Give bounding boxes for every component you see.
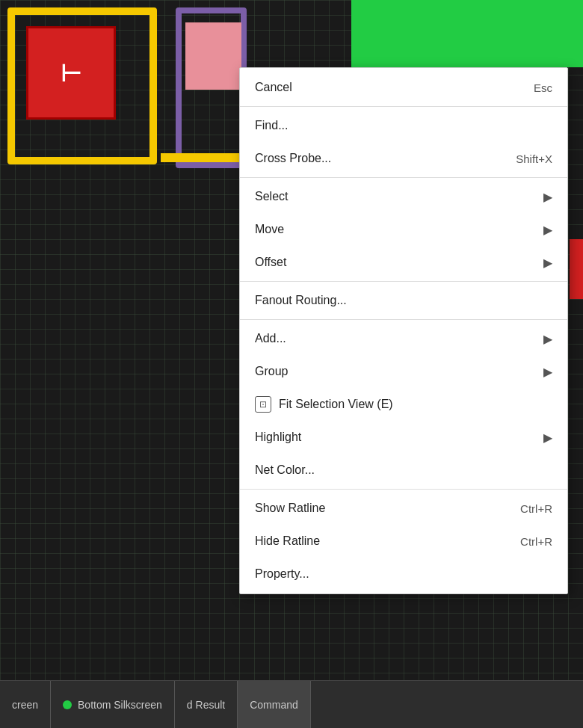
menu-item-highlight[interactable]: Highlight▶ [240,421,567,454]
status-tab-2[interactable]: d Result [175,681,238,728]
menu-item-cross-probe[interactable]: Cross Probe...Shift+X [240,142,567,175]
menu-item-label-hide-ratline: Hide Ratline [255,534,320,548]
menu-item-label-highlight: Highlight [255,431,301,444]
status-tab-label-3: Command [250,699,298,711]
menu-item-shortcut-show-ratline: Ctrl+R [520,502,552,515]
menu-item-move[interactable]: Move▶ [240,213,567,246]
menu-divider-after-cancel [240,106,567,107]
red-small-right [570,239,583,299]
menu-item-label-net-color: Net Color... [255,463,315,477]
menu-item-select[interactable]: Select▶ [240,180,567,213]
submenu-arrow-move: ▶ [543,223,552,237]
red-component: ⊢ [26,26,116,120]
menu-item-find[interactable]: Find... [240,109,567,142]
submenu-arrow-offset: ▶ [543,256,552,270]
status-tab-dot-1 [63,700,72,709]
submenu-arrow-highlight: ▶ [543,431,552,445]
menu-item-show-ratline[interactable]: Show RatlineCtrl+R [240,492,567,525]
status-tab-0[interactable]: creen [0,681,51,728]
submenu-arrow-add: ▶ [543,332,552,346]
menu-item-cancel[interactable]: CancelEsc [240,71,567,104]
menu-item-add[interactable]: Add...▶ [240,322,567,355]
menu-item-label-cross-probe: Cross Probe... [255,152,331,165]
menu-item-label-fit-selection-view: Fit Selection View (E) [279,398,393,411]
context-menu: CancelEscFind...Cross Probe...Shift+XSel… [239,67,568,594]
fit-selection-icon: ⊡ [255,396,271,413]
menu-item-fit-selection-view[interactable]: ⊡Fit Selection View (E) [240,388,567,421]
green-rect-top [351,0,583,67]
menu-item-offset[interactable]: Offset▶ [240,246,567,279]
status-tab-label-0: creen [12,699,38,711]
menu-divider-after-cross-probe [240,177,567,178]
menu-item-label-show-ratline: Show Ratline [255,502,325,515]
menu-item-property[interactable]: Property... [240,558,567,590]
status-tab-label-1: Bottom Silkscreen [78,699,162,711]
menu-item-shortcut-hide-ratline: Ctrl+R [520,535,552,548]
status-tab-label-2: d Result [187,699,225,711]
status-bar: creenBottom Silkscreend ResultCommand [0,680,583,728]
menu-item-shortcut-cross-probe: Shift+X [516,152,552,165]
menu-item-fanout-routing[interactable]: Fanout Routing... [240,284,567,317]
menu-item-label-fanout-routing: Fanout Routing... [255,294,347,307]
menu-item-label-find: Find... [255,119,288,132]
menu-divider-after-fanout-routing [240,319,567,320]
submenu-arrow-group: ▶ [543,365,552,379]
menu-divider-after-net-color [240,489,567,490]
menu-divider-after-offset [240,281,567,282]
pink-component [185,22,241,90]
yellow-connector [161,153,247,162]
menu-item-label-select: Select [255,190,288,203]
status-tab-3[interactable]: Command [238,681,311,728]
menu-item-label-move: Move [255,223,284,236]
status-tab-1[interactable]: Bottom Silkscreen [51,681,175,728]
menu-item-label-property: Property... [255,567,309,581]
menu-item-label-group: Group [255,365,288,378]
menu-item-shortcut-cancel: Esc [534,81,552,94]
menu-item-label-add: Add... [255,332,286,345]
menu-item-net-color[interactable]: Net Color... [240,454,567,487]
menu-item-label-cancel: Cancel [255,81,292,94]
menu-item-group[interactable]: Group▶ [240,355,567,388]
menu-item-label-offset: Offset [255,256,286,269]
pin-symbol: ⊢ [61,59,81,87]
submenu-arrow-select: ▶ [543,190,552,204]
menu-item-hide-ratline[interactable]: Hide RatlineCtrl+R [240,525,567,558]
